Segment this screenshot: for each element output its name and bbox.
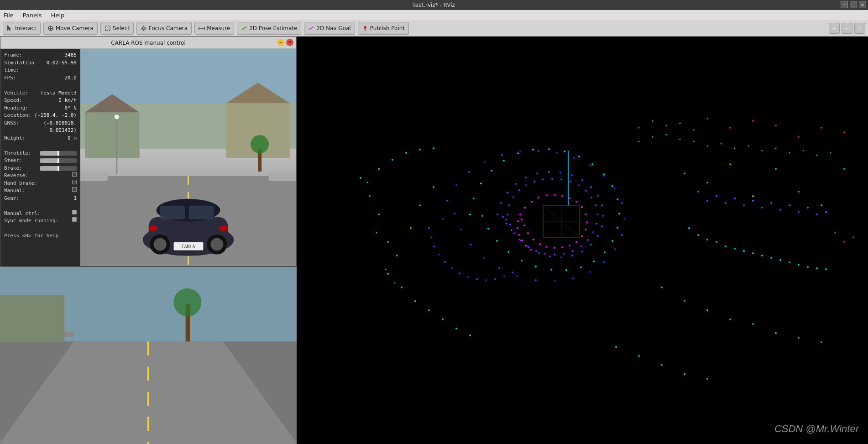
speed-value: 0 km/h <box>58 97 77 104</box>
svg-point-126 <box>617 227 618 229</box>
menu-help[interactable]: Help <box>49 11 67 20</box>
menu-file[interactable]: File <box>2 11 16 20</box>
svg-point-63 <box>538 197 539 198</box>
svg-point-294 <box>596 214 598 215</box>
svg-rect-53 <box>0 295 64 341</box>
reverse-checkbox[interactable] <box>72 172 77 177</box>
handbrake-checkbox[interactable] <box>72 180 77 184</box>
svg-point-278 <box>530 249 532 251</box>
brake-slider[interactable] <box>40 165 77 172</box>
svg-point-242 <box>697 191 699 193</box>
manual-checkbox[interactable] <box>72 187 77 192</box>
tool-publish-point-label: Publish Point <box>370 25 405 31</box>
svg-point-306 <box>514 232 516 234</box>
svg-point-152 <box>621 202 623 204</box>
tool-measure-label: Measure <box>207 25 230 31</box>
stat-brake: Brake: <box>4 165 77 172</box>
svg-point-214 <box>392 159 393 161</box>
svg-rect-54 <box>297 37 868 444</box>
svg-point-164 <box>470 244 472 246</box>
svg-point-104 <box>549 256 551 257</box>
svg-point-67 <box>569 197 570 199</box>
svg-point-254 <box>807 207 809 209</box>
svg-point-209 <box>428 309 430 311</box>
stat-speed: Speed: 0 km/h <box>4 97 77 104</box>
svg-point-262 <box>734 248 736 250</box>
svg-point-161 <box>516 275 518 277</box>
svg-point-195 <box>706 378 708 380</box>
tool-measure[interactable]: Measure <box>194 22 234 35</box>
bottom-cam-scene <box>0 267 297 444</box>
extra-minus-button[interactable]: ─ <box>842 23 852 34</box>
select-icon <box>105 25 111 31</box>
svg-point-228 <box>652 136 654 138</box>
svg-point-245 <box>725 202 727 204</box>
svg-point-210 <box>442 319 444 320</box>
close-button[interactable]: ✕ <box>859 1 866 8</box>
svg-point-232 <box>707 146 708 147</box>
throttle-slider[interactable] <box>40 150 77 157</box>
tool-interact[interactable]: Interact <box>3 22 41 35</box>
svg-point-150 <box>603 175 605 177</box>
svg-point-79 <box>539 243 541 245</box>
handbrake-label: Hand brake: <box>4 180 37 188</box>
svg-point-133 <box>535 266 537 267</box>
carla-minimize-button[interactable]: ─ <box>277 39 284 46</box>
stat-manual-ctrl: Manual ctrl: <box>4 210 77 218</box>
svg-point-216 <box>419 149 421 151</box>
tool-focus-camera[interactable]: Focus Camera <box>136 22 192 35</box>
minimize-button[interactable]: ─ <box>841 1 848 8</box>
tool-select[interactable]: Select <box>100 22 134 35</box>
tool-2d-nav[interactable]: 2D Nav Goal <box>304 22 355 35</box>
svg-point-223 <box>652 120 654 122</box>
svg-point-305 <box>520 240 522 241</box>
svg-point-206 <box>387 273 389 275</box>
svg-point-177 <box>729 163 731 165</box>
svg-point-265 <box>761 255 763 256</box>
svg-point-93 <box>581 179 583 181</box>
svg-point-37 <box>210 238 223 251</box>
steer-slider[interactable] <box>40 157 77 165</box>
gnss-value: (-0.000018, 0.001432) <box>19 120 77 135</box>
svg-point-35 <box>154 238 167 251</box>
stat-handbrake: Hand brake: <box>4 180 77 188</box>
svg-point-73 <box>581 235 583 237</box>
svg-point-157 <box>589 271 591 273</box>
carla-window-title: CARLA ROS manual control <box>111 40 185 46</box>
svg-point-76 <box>561 246 563 248</box>
svg-rect-32 <box>160 206 185 219</box>
svg-point-62 <box>531 201 533 203</box>
svg-point-81 <box>527 232 529 234</box>
svg-point-186 <box>729 319 731 320</box>
menu-panels[interactable]: Panels <box>21 11 44 20</box>
carla-close-button[interactable]: ✕ <box>286 39 293 46</box>
extra-add-button[interactable]: + <box>829 23 840 34</box>
svg-point-241 <box>830 152 831 154</box>
svg-point-308 <box>428 227 430 229</box>
svg-point-183 <box>661 287 663 288</box>
svg-point-300 <box>563 253 565 255</box>
extra-reset-button[interactable]: ⟳ <box>854 23 865 34</box>
svg-point-230 <box>680 139 681 140</box>
svg-point-118 <box>548 148 550 150</box>
svg-point-66 <box>561 195 563 197</box>
svg-point-85 <box>500 202 502 204</box>
tool-move-camera[interactable]: Move Camera <box>43 22 98 35</box>
svg-point-124 <box>617 198 618 200</box>
svg-point-193 <box>661 364 663 366</box>
svg-point-249 <box>761 207 763 209</box>
stat-location: Location: (-158.4, -2.0) <box>4 112 77 120</box>
tool-2d-pose[interactable]: 2D Pose Estimate <box>237 22 301 35</box>
left-panel: CARLA ROS manual control ─ ✕ Frame: 3485… <box>0 37 297 444</box>
svg-point-127 <box>612 240 613 242</box>
svg-text:CARLA: CARLA <box>181 244 195 249</box>
svg-point-5 <box>142 27 145 30</box>
svg-point-237 <box>775 148 777 149</box>
svg-point-307 <box>509 224 511 225</box>
svg-point-74 <box>575 241 577 243</box>
svg-point-201 <box>821 127 822 129</box>
tool-publish-point[interactable]: Publish Point <box>358 22 409 35</box>
rviz-3d-view[interactable]: CSDN @Mr.Winter <box>297 37 868 444</box>
svg-point-184 <box>684 300 685 302</box>
restore-button[interactable]: ❐ <box>850 1 857 8</box>
